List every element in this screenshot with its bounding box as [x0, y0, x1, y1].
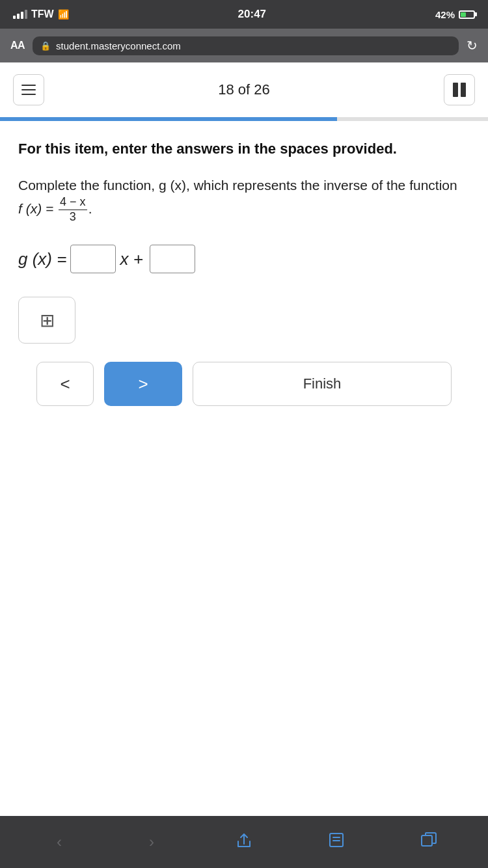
clock: 20:47 [238, 8, 266, 21]
calculator-icon: ⊞ [40, 310, 55, 331]
signal-icon [13, 10, 27, 19]
progress-label: 18 of 26 [218, 81, 270, 98]
finish-label: Finish [303, 375, 342, 392]
hamburger-button[interactable] [13, 74, 44, 105]
battery-percent: 42% [435, 9, 455, 20]
ios-share-icon [236, 831, 252, 853]
prev-icon: < [60, 374, 70, 394]
top-nav: 18 of 26 [0, 62, 488, 117]
battery-icon [459, 10, 475, 19]
constant-input[interactable] [150, 245, 195, 273]
ios-toolbar: ‹ › [0, 816, 488, 868]
ios-bookmarks-icon [328, 831, 345, 853]
fraction-display: 4 − x3 [57, 201, 88, 216]
columns-icon [453, 83, 466, 97]
browser-url-area[interactable]: 🔒 student.masteryconnect.com [33, 36, 459, 55]
coefficient-input[interactable] [70, 245, 116, 273]
next-button[interactable]: > [104, 362, 182, 406]
ios-back-button[interactable]: ‹ [44, 826, 75, 858]
hamburger-line-3 [21, 94, 36, 95]
svg-rect-4 [422, 835, 432, 846]
ios-bookmarks-button[interactable] [321, 826, 352, 858]
function-label: f (x) = [18, 201, 57, 216]
next-icon: > [138, 374, 148, 394]
question-area: For this item, enter the answers in the … [0, 121, 488, 627]
ios-tabs-button[interactable] [413, 826, 444, 858]
browser-url-text: student.masteryconnect.com [56, 40, 181, 51]
fraction-numerator: 4 − x [59, 195, 87, 210]
question-body: Complete the function, g (x), which repr… [18, 175, 470, 224]
content-spacer [0, 627, 488, 816]
hamburger-line-2 [21, 89, 36, 90]
bottom-nav: < > Finish [18, 362, 470, 424]
finish-button[interactable]: Finish [193, 362, 452, 406]
browser-bar: AA 🔒 student.masteryconnect.com ↻ [0, 29, 488, 62]
prev-button[interactable]: < [36, 362, 94, 406]
main-content: 18 of 26 For this item, enter the answer… [0, 62, 488, 816]
columns-button[interactable] [444, 74, 475, 105]
ios-forward-icon: › [149, 833, 154, 851]
carrier-label: TFW [31, 8, 54, 20]
ios-forward-button[interactable]: › [136, 826, 167, 858]
hamburger-line-1 [21, 85, 36, 86]
period: . [88, 201, 92, 216]
instructions-text: For this item, enter the answers in the … [18, 139, 470, 159]
lock-icon: 🔒 [40, 41, 51, 51]
fraction-denominator: 3 [68, 210, 77, 224]
status-bar: TFW 📶 20:47 42% [0, 0, 488, 29]
ios-back-icon: ‹ [57, 833, 62, 851]
question-body-text: Complete the function, g (x), which repr… [18, 178, 457, 193]
refresh-button[interactable]: ↻ [467, 38, 478, 53]
wifi-icon: 📶 [58, 9, 69, 20]
status-left: TFW 📶 [13, 8, 69, 20]
equation-row: g (x) = x + [18, 245, 470, 273]
ios-tabs-icon [420, 832, 437, 852]
ios-share-button[interactable] [228, 826, 260, 858]
browser-aa-button[interactable]: AA [10, 40, 25, 51]
status-right: 42% [435, 9, 475, 20]
equation-label: g (x) = [18, 249, 66, 269]
x-symbol: x + [120, 249, 142, 269]
calculator-button[interactable]: ⊞ [18, 297, 75, 344]
